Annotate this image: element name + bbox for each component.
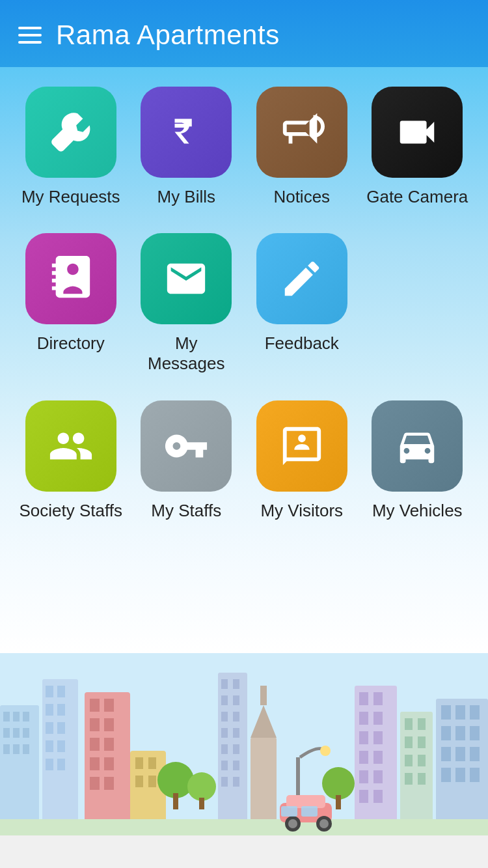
envelope-icon: [163, 256, 209, 301]
my-staffs-item[interactable]: My Staffs: [134, 400, 238, 521]
video-camera-icon: [394, 109, 440, 155]
svg-rect-30: [104, 757, 114, 770]
my-messages-item[interactable]: My Messages: [134, 233, 238, 374]
directory-item[interactable]: Directory: [19, 233, 123, 354]
svg-rect-8: [3, 744, 10, 754]
svg-rect-87: [441, 705, 451, 720]
svg-rect-19: [57, 740, 65, 752]
svg-rect-89: [470, 705, 480, 720]
svg-rect-78: [405, 718, 413, 730]
my-visitors-item[interactable]: My Visitors: [250, 400, 354, 521]
gate-camera-item[interactable]: Gate Camera: [365, 87, 469, 207]
svg-rect-52: [233, 744, 239, 754]
svg-rect-15: [57, 704, 65, 716]
svg-point-62: [322, 767, 355, 800]
gate-camera-label: Gate Camera: [366, 187, 468, 207]
hamburger-menu-icon[interactable]: [18, 27, 42, 44]
svg-rect-5: [3, 728, 10, 738]
svg-rect-39: [173, 793, 178, 809]
group-icon: [48, 423, 94, 469]
society-staffs-icon-box: [25, 400, 116, 492]
notices-label: Notices: [273, 187, 330, 207]
svg-rect-63: [336, 795, 341, 809]
svg-rect-44: [233, 679, 239, 689]
svg-point-103: [288, 819, 297, 828]
feedback-label: Feedback: [265, 333, 339, 354]
svg-rect-56: [233, 777, 239, 787]
svg-rect-80: [405, 736, 413, 748]
key-person-icon: [163, 423, 209, 469]
svg-rect-92: [470, 726, 480, 740]
svg-rect-68: [373, 712, 383, 725]
svg-rect-26: [104, 718, 114, 731]
my-messages-icon-box: [141, 233, 232, 324]
gate-camera-icon-box: [372, 87, 463, 178]
svg-rect-41: [199, 798, 204, 809]
my-messages-label: My Messages: [134, 333, 238, 374]
my-vehicles-item[interactable]: My Vehicles: [365, 400, 469, 521]
svg-rect-84: [405, 773, 413, 785]
svg-rect-82: [405, 755, 413, 766]
svg-rect-90: [441, 726, 451, 740]
svg-rect-88: [455, 705, 465, 720]
svg-rect-96: [441, 768, 451, 782]
svg-rect-74: [373, 770, 383, 783]
svg-rect-45: [221, 695, 228, 705]
my-vehicles-label: My Vehicles: [372, 501, 463, 521]
notices-icon-box: [256, 87, 347, 178]
svg-rect-24: [104, 699, 114, 712]
car-icon: [394, 423, 440, 469]
icon-row-2: Directory My Messages Feedback: [13, 233, 475, 374]
svg-rect-75: [359, 790, 368, 803]
city-svg: [0, 653, 488, 835]
svg-rect-51: [221, 744, 228, 754]
svg-rect-67: [359, 712, 368, 725]
feedback-item[interactable]: Feedback: [250, 233, 354, 354]
visitor-badge-icon: [279, 423, 325, 469]
svg-rect-48: [233, 712, 239, 721]
svg-rect-18: [46, 740, 53, 752]
my-staffs-label: My Staffs: [151, 501, 221, 521]
svg-rect-76: [373, 790, 383, 803]
svg-rect-13: [57, 686, 65, 697]
society-staffs-item[interactable]: Society Staffs: [19, 400, 123, 521]
svg-rect-72: [373, 751, 383, 764]
svg-rect-79: [418, 718, 426, 730]
svg-rect-27: [90, 738, 100, 751]
main-content: My Requests My Bills Notices: [0, 67, 488, 653]
my-bills-item[interactable]: My Bills: [134, 87, 238, 207]
svg-rect-47: [221, 712, 228, 721]
directory-label: Directory: [37, 333, 105, 354]
svg-rect-43: [221, 679, 228, 689]
svg-rect-3: [13, 712, 20, 721]
svg-rect-14: [46, 704, 53, 716]
notices-item[interactable]: Notices: [250, 87, 354, 207]
svg-rect-36: [135, 776, 143, 787]
svg-rect-10: [23, 744, 29, 754]
svg-rect-66: [373, 692, 383, 705]
rupee-icon: [163, 109, 209, 155]
svg-rect-34: [135, 757, 143, 769]
svg-rect-71: [359, 751, 368, 764]
svg-rect-97: [455, 768, 465, 782]
svg-point-105: [319, 819, 329, 828]
wrench-icon: [48, 109, 94, 155]
svg-rect-65: [359, 692, 368, 705]
svg-rect-50: [233, 728, 239, 738]
svg-rect-93: [441, 747, 451, 761]
svg-rect-29: [90, 757, 100, 770]
app-header: Rama Apartments: [0, 0, 488, 67]
directory-icon: [48, 256, 94, 301]
svg-rect-16: [46, 722, 53, 734]
svg-rect-91: [455, 726, 465, 740]
svg-rect-6: [13, 728, 20, 738]
my-bills-label: My Bills: [157, 187, 215, 207]
svg-point-40: [187, 772, 216, 801]
svg-point-38: [157, 762, 194, 798]
my-visitors-icon-box: [256, 400, 347, 492]
my-staffs-icon-box: [141, 400, 232, 492]
pencil-icon: [279, 256, 325, 301]
svg-rect-54: [233, 761, 239, 770]
my-requests-item[interactable]: My Requests: [19, 87, 123, 207]
svg-rect-35: [148, 757, 156, 769]
